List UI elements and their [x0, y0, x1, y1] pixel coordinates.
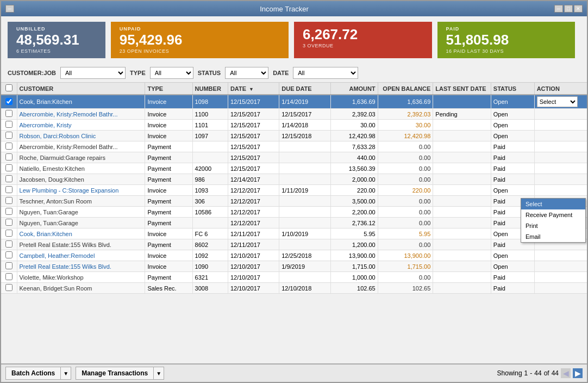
overdue-card[interactable]: 6,267.72 3 OVERDUE [294, 22, 432, 58]
unbilled-card[interactable]: UNBILLED 48,569.31 6 ESTIMATES [8, 22, 105, 58]
row-checkbox-cell [1, 141, 17, 152]
row-due-date: 1/9/2019 [279, 261, 330, 272]
row-customer[interactable]: Pretell Real Estate:155 Wilks Blvd. [17, 261, 145, 272]
row-checkbox[interactable] [5, 197, 12, 204]
prev-page-button[interactable]: ◀ [561, 368, 571, 378]
dropdown-option-email[interactable]: Email [521, 231, 585, 242]
row-date: 12/12/2017 [228, 207, 279, 218]
batch-actions-arrow-icon[interactable]: ▼ [61, 367, 71, 379]
row-last-sent [433, 185, 491, 196]
row-due-date: 12/15/2018 [279, 131, 330, 141]
row-action-select[interactable]: Select [537, 96, 578, 107]
row-customer[interactable]: Campbell, Heather:Remodel [17, 250, 145, 261]
row-checkbox[interactable] [5, 143, 12, 150]
row-open-balance: 0.00 [378, 152, 433, 163]
action-dropdown: Select Receive Payment Print Email [521, 198, 586, 243]
customer-job-label: CUSTOMER:JOB [8, 70, 56, 76]
row-action-cell [534, 283, 587, 294]
header-type[interactable]: TYPE [145, 83, 192, 95]
table-header-row: CUSTOMER TYPE NUMBER DATE ▼ DUE DATE AMO… [1, 83, 587, 95]
window-minimize-button[interactable]: ─ [554, 5, 563, 13]
header-number[interactable]: NUMBER [192, 83, 228, 95]
row-customer[interactable]: Abercrombie, Kristy:Remodel Bathr... [17, 109, 145, 120]
unpaid-card[interactable]: UNPAID 95,429.96 23 OPEN INVOICES [111, 22, 289, 58]
window-restore-button[interactable]: □ [564, 5, 573, 13]
window-minimize-btn[interactable]: ─ [5, 5, 14, 13]
row-checkbox[interactable] [5, 251, 12, 258]
row-checkbox[interactable] [5, 240, 12, 248]
header-open-balance[interactable]: OPEN BALANCE [378, 83, 433, 95]
header-due-date[interactable]: DUE DATE [279, 83, 330, 95]
row-customer[interactable]: Abercrombie, Kristy:Remodel Bathr... [17, 141, 145, 152]
row-customer[interactable]: Pretell Real Estate:155 Wilks Blvd. [17, 239, 145, 250]
row-customer[interactable]: Robson, Darci:Robson Clinic [17, 131, 145, 141]
row-customer[interactable]: Violette, Mike:Workshop [17, 272, 145, 283]
row-type: Payment [145, 174, 192, 185]
row-date: 12/15/2017 [228, 152, 279, 163]
row-open-balance: 0.00 [378, 272, 433, 283]
row-customer[interactable]: Natiello, Ernesto:Kitchen [17, 163, 145, 174]
row-action-cell [534, 131, 587, 141]
row-customer[interactable]: Cook, Brian:Kitchen [17, 228, 145, 239]
row-customer[interactable]: Nguyen, Tuan:Garage [17, 218, 145, 228]
row-checkbox[interactable] [5, 262, 12, 269]
select-all-checkbox[interactable] [5, 84, 12, 91]
row-type: Invoice [145, 261, 192, 272]
row-action-cell: Select [534, 95, 587, 109]
table-scroll[interactable]: CUSTOMER TYPE NUMBER DATE ▼ DUE DATE AMO… [1, 83, 587, 363]
batch-actions-button[interactable]: Batch Actions ▼ [5, 367, 71, 380]
dropdown-option-print[interactable]: Print [521, 220, 585, 231]
row-checkbox[interactable] [5, 110, 12, 117]
row-checkbox[interactable] [5, 98, 12, 105]
row-checkbox-cell [1, 207, 17, 218]
row-number [192, 141, 228, 152]
row-last-sent [433, 152, 491, 163]
row-checkbox[interactable] [5, 208, 12, 215]
row-number: 3008 [192, 283, 228, 294]
row-checkbox[interactable] [5, 132, 12, 139]
dropdown-option-receive-payment[interactable]: Receive Payment [521, 209, 585, 220]
row-checkbox[interactable] [5, 164, 12, 171]
row-status: Paid [491, 152, 534, 163]
header-customer[interactable]: CUSTOMER [17, 83, 145, 95]
header-amount[interactable]: AMOUNT [330, 83, 378, 95]
row-type: Invoice [145, 95, 192, 109]
row-customer[interactable]: Cook, Brian:Kitchen [17, 95, 145, 109]
page-sep: - [530, 369, 532, 377]
row-customer[interactable]: Jacobsen, Doug:Kitchen [17, 174, 145, 185]
row-customer[interactable]: Lew Plumbing - C:Storage Expansion [17, 185, 145, 196]
window-close-button[interactable]: ✕ [574, 5, 583, 13]
row-customer[interactable]: Teschner, Anton:Sun Room [17, 196, 145, 207]
paid-card[interactable]: PAID 51,805.98 16 PAID LAST 30 DAYS [437, 22, 576, 58]
header-status[interactable]: STATUS [491, 83, 534, 95]
customer-job-select[interactable]: All [60, 67, 126, 79]
bottom-bar: Batch Actions ▼ Manage Transactions ▼ Sh… [1, 363, 587, 382]
row-checkbox[interactable] [5, 186, 12, 193]
row-customer[interactable]: Abercrombie, Kristy [17, 120, 145, 131]
manage-transactions-arrow-icon[interactable]: ▼ [154, 367, 164, 379]
row-checkbox[interactable] [5, 219, 12, 226]
row-customer[interactable]: Nguyen, Tuan:Garage [17, 207, 145, 218]
type-select[interactable]: All [150, 67, 193, 79]
row-amount: 1,000.00 [330, 272, 378, 283]
row-last-sent [433, 174, 491, 185]
table-row: Nguyen, Tuan:Garage Payment 10586 12/12/… [1, 207, 587, 218]
row-checkbox[interactable] [5, 284, 12, 291]
row-action-cell [534, 185, 587, 196]
row-checkbox[interactable] [5, 230, 12, 237]
row-checkbox[interactable] [5, 153, 12, 160]
date-select[interactable]: All [293, 67, 358, 79]
row-checkbox[interactable] [5, 121, 12, 128]
manage-transactions-button[interactable]: Manage Transactions ▼ [76, 367, 164, 380]
row-checkbox[interactable] [5, 175, 12, 182]
status-select[interactable]: All [225, 67, 268, 79]
row-checkbox[interactable] [5, 273, 12, 280]
table-row: Abercrombie, Kristy Invoice 1101 12/15/2… [1, 120, 587, 131]
row-customer[interactable]: Roche, Diarmuid:Garage repairs [17, 152, 145, 163]
header-date[interactable]: DATE ▼ [228, 83, 279, 95]
row-customer[interactable]: Keenan, Bridget:Sun Room [17, 283, 145, 294]
header-checkbox[interactable] [1, 83, 17, 95]
dropdown-option-select[interactable]: Select [521, 199, 585, 209]
header-last-sent[interactable]: LAST SENT DATE [433, 83, 491, 95]
next-page-button[interactable]: ▶ [573, 368, 583, 378]
